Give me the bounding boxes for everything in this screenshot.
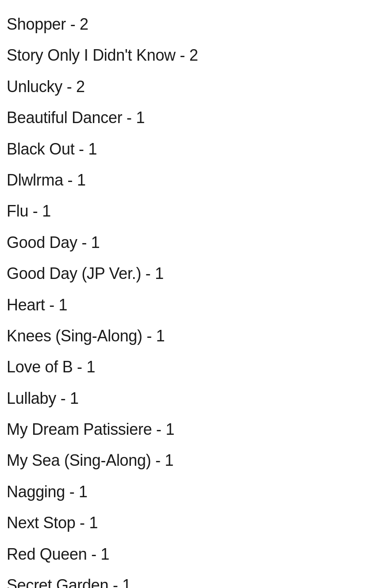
list-item: Shopper - 2 [7,9,369,40]
list-item: Beautiful Dancer - 1 [7,102,369,133]
list-item: Red Queen - 1 [7,539,369,570]
list-item: Dlwlrma - 1 [7,165,369,196]
list-item: Secret Garden - 1 [7,570,369,588]
song-list: Shopper - 2Story Only I Didn't Know - 2U… [7,9,369,588]
list-item: Lullaby - 1 [7,383,369,414]
list-item: Nagging - 1 [7,476,369,507]
list-item: Good Day - 1 [7,227,369,258]
list-item: Love of B - 1 [7,352,369,383]
list-item: Next Stop - 1 [7,507,369,538]
list-item: Story Only I Didn't Know - 2 [7,40,369,71]
list-item: Knees (Sing-Along) - 1 [7,321,369,352]
list-item: Unlucky - 2 [7,71,369,102]
list-item: Black Out - 1 [7,134,369,165]
list-item: Flu - 1 [7,196,369,227]
list-item: Good Day (JP Ver.) - 1 [7,258,369,289]
list-item: My Dream Patissiere - 1 [7,414,369,445]
list-item: Heart - 1 [7,290,369,321]
list-item: My Sea (Sing-Along) - 1 [7,445,369,476]
